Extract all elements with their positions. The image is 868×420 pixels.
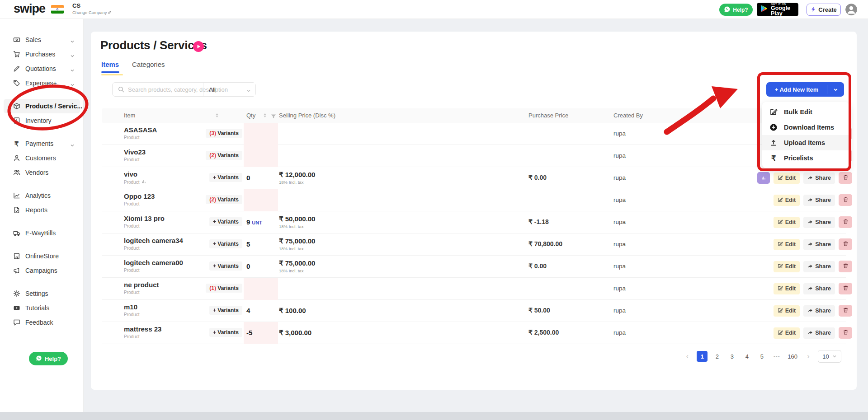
delete-button[interactable] <box>839 283 852 294</box>
share-button[interactable]: Share <box>803 261 835 272</box>
page-size-select[interactable]: 10 <box>818 350 841 363</box>
item-name[interactable]: logitech camera34 <box>124 237 183 244</box>
edit-button[interactable]: Edit <box>774 195 800 206</box>
user-avatar[interactable] <box>845 4 857 15</box>
edit-button[interactable]: Edit <box>774 173 800 184</box>
products-icon <box>13 103 20 110</box>
item-name[interactable]: ne product <box>124 281 159 289</box>
pagination-page-4[interactable]: 4 <box>741 351 752 362</box>
sidebar-item-purchases[interactable]: Purchases <box>0 47 84 61</box>
share-button[interactable]: Share <box>803 239 835 250</box>
edit-button[interactable]: Edit <box>774 217 800 228</box>
variants-badge[interactable]: + Variants <box>209 261 242 271</box>
variants-badge[interactable]: (3) Variants <box>206 129 242 138</box>
delete-button[interactable] <box>839 305 852 317</box>
menu-item-upload-items[interactable]: Upload Items <box>762 135 849 150</box>
item-name[interactable]: m10 <box>124 303 137 311</box>
create-button[interactable]: Create <box>807 4 841 16</box>
filter-funnel-icon[interactable] <box>271 113 276 121</box>
sidebar-item-customers[interactable]: Customers <box>0 151 84 165</box>
delete-button[interactable] <box>839 238 852 250</box>
google-play-badge[interactable]: GET IT ONGoogle Play <box>757 3 798 16</box>
company-switcher[interactable]: CS Change Company <box>72 2 111 15</box>
item-name[interactable]: ASASASA <box>124 126 157 134</box>
delete-button[interactable] <box>839 327 852 339</box>
item-name[interactable]: logitech camera00 <box>124 259 183 266</box>
sidebar-item-products[interactable]: Products / Servic... <box>4 99 80 113</box>
sidebar-item-onlinestore[interactable]: OnlineStore <box>0 249 84 263</box>
sidebar-item-ewaybills[interactable]: E-WayBills <box>0 226 84 240</box>
edit-button[interactable]: Edit <box>774 261 800 272</box>
item-analytics-button[interactable] <box>757 172 770 184</box>
created-by: rupa <box>613 329 626 336</box>
item-name[interactable]: Oppo 123 <box>124 192 155 200</box>
edit-button[interactable]: Edit <box>774 327 800 339</box>
delete-button[interactable] <box>839 261 852 272</box>
sidebar-help-button[interactable]: Help? <box>29 352 68 365</box>
sidebar-item-tutorials[interactable]: Tutorials <box>0 301 84 315</box>
variants-badge[interactable]: + Variants <box>209 328 242 337</box>
item-name[interactable]: mattress 23 <box>124 325 161 333</box>
variants-badge[interactable]: + Variants <box>209 306 242 315</box>
share-button[interactable]: Share <box>803 173 835 184</box>
share-button[interactable]: Share <box>803 283 835 294</box>
sidebar-item-label: Sales <box>25 36 41 43</box>
add-new-item-button[interactable]: + Add New Item <box>766 82 844 97</box>
change-company-link[interactable]: Change Company <box>72 10 111 15</box>
variants-badge[interactable]: + Variants <box>209 239 242 248</box>
sidebar-item-inventory[interactable]: Inventory <box>0 113 84 128</box>
pagination-next[interactable]: › <box>803 351 814 362</box>
sidebar-item-analytics[interactable]: Analytics <box>0 188 84 203</box>
share-button[interactable]: Share <box>803 327 835 339</box>
help-button[interactable]: Help? <box>719 4 753 16</box>
edit-button[interactable]: Edit <box>774 305 800 317</box>
pagination-page-5[interactable]: 5 <box>756 351 767 362</box>
pagination-prev[interactable]: ‹ <box>682 351 693 362</box>
trash-icon <box>843 174 849 182</box>
variants-badge[interactable]: (2) Variants <box>206 151 242 160</box>
menu-item-bulk-edit[interactable]: Bulk Edit <box>762 104 849 120</box>
share-button[interactable]: Share <box>803 217 835 228</box>
company-initials: CS <box>72 2 111 9</box>
tab-categories[interactable]: Categories <box>132 61 165 68</box>
sidebar-item-payments[interactable]: ₹Payments <box>0 136 84 151</box>
sort-icon[interactable] <box>264 113 266 117</box>
share-button[interactable]: Share <box>803 305 835 317</box>
item-name[interactable]: Xiomi 13 pro <box>124 215 165 222</box>
item-name[interactable]: Vivo23 <box>124 148 146 156</box>
chevron-down-icon[interactable] <box>827 87 844 92</box>
pagination-ellipsis[interactable]: ••• <box>771 351 782 362</box>
variants-badge[interactable]: + Variants <box>209 217 242 226</box>
menu-item-download-items[interactable]: Download Items <box>762 120 849 135</box>
variants-badge[interactable]: (2) Variants <box>206 195 242 204</box>
sidebar-item-settings[interactable]: Settings <box>0 286 84 301</box>
variants-badge[interactable]: (1) Variants <box>206 284 242 293</box>
menu-item-pricelists[interactable]: ₹Pricelists <box>762 150 849 166</box>
edit-button[interactable]: Edit <box>774 239 800 250</box>
pagination-page-2[interactable]: 2 <box>712 351 722 362</box>
pagination-page-160[interactable]: 160 <box>786 351 799 362</box>
pagination-page-3[interactable]: 3 <box>726 351 737 362</box>
share-icon <box>807 308 813 314</box>
sidebar-item-expenses[interactable]: Expenses+ <box>0 76 84 90</box>
tab-items[interactable]: Items <box>101 61 119 68</box>
tutorial-play-button[interactable] <box>193 41 204 52</box>
variants-badge[interactable]: + Variants <box>209 173 242 182</box>
edit-icon <box>778 330 783 336</box>
sidebar-item-sales[interactable]: Sales <box>0 33 84 47</box>
item-name[interactable]: vivo <box>124 170 137 178</box>
delete-button[interactable] <box>839 194 852 206</box>
sidebar-item-quotations[interactable]: Quotations <box>0 61 84 76</box>
delete-button[interactable] <box>839 172 852 184</box>
qty-unit: UNT <box>252 220 262 225</box>
delete-button[interactable] <box>839 216 852 228</box>
sidebar-item-reports[interactable]: Reports <box>0 203 84 217</box>
sort-icon[interactable] <box>216 113 218 117</box>
sidebar-item-campaigns[interactable]: Campaigns <box>0 263 84 278</box>
share-button[interactable]: Share <box>803 195 835 206</box>
pagination-page-1[interactable]: 1 <box>697 351 708 362</box>
sidebar-item-vendors[interactable]: Vendors <box>0 165 84 180</box>
edit-button[interactable]: Edit <box>774 283 800 294</box>
sidebar-item-feedback[interactable]: Feedback <box>0 315 84 330</box>
category-filter-select[interactable]: All <box>203 83 256 96</box>
